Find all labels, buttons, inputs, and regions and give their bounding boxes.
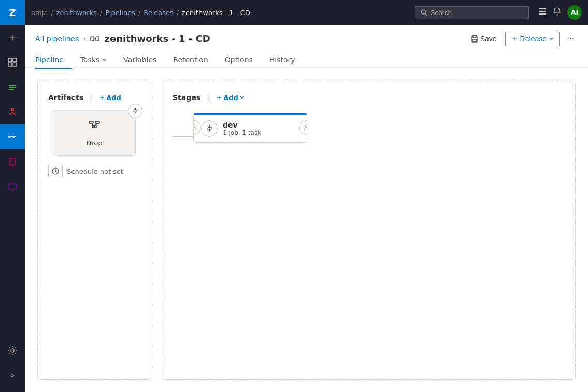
tab-pipeline[interactable]: Pipeline (35, 51, 72, 69)
breadcrumb-current: zenithworks - 1 - CD (182, 9, 250, 17)
stages-label: Stages (173, 93, 200, 102)
breadcrumb-section[interactable]: Pipelines (105, 9, 135, 17)
topbar: amja / zenithworks / Pipelines / Release… (25, 0, 588, 25)
breadcrumb-sep1: / (51, 9, 53, 17)
tab-retention[interactable]: Retention (165, 51, 217, 69)
breadcrumb-org: amja (31, 9, 48, 17)
main-area: amja / zenithworks / Pipelines / Release… (25, 0, 588, 392)
tab-variables-label: Variables (123, 55, 156, 64)
stage-card-body: dev 1 job, 1 task (194, 115, 307, 142)
sidebar-logo[interactable]: Z (0, 0, 25, 25)
release-button[interactable]: ＋ Release (505, 32, 560, 46)
stage-trigger-icon[interactable] (201, 120, 218, 137)
svg-point-8 (8, 136, 10, 138)
svg-point-10 (12, 136, 15, 138)
page-header: All pipelines › zenithworks - 1 - CD Sav… (25, 25, 588, 69)
content: All pipelines › zenithworks - 1 - CD Sav… (25, 25, 588, 392)
breadcrumb-sep3: / (138, 9, 140, 17)
svg-rect-5 (9, 87, 16, 88)
svg-rect-20 (96, 37, 99, 41)
more-button[interactable]: ··· (564, 31, 578, 46)
all-pipelines-link[interactable]: All pipelines (35, 35, 79, 43)
sidebar-item-overview[interactable] (0, 50, 25, 75)
tab-variables[interactable]: Variables (115, 51, 165, 69)
svg-rect-25 (89, 121, 93, 123)
breadcrumb-project[interactable]: zenithworks (56, 9, 97, 17)
tab-options[interactable]: Options (217, 51, 261, 69)
artifact-card[interactable]: Drop (53, 110, 136, 156)
page-header-top: All pipelines › zenithworks - 1 - CD Sav… (35, 31, 578, 46)
sidebar-item-artifacts[interactable] (0, 174, 25, 199)
save-button[interactable]: Save (467, 33, 501, 45)
search-box[interactable] (415, 6, 529, 19)
breadcrumb-subsection[interactable]: Releases (144, 9, 174, 17)
sidebar-bottom: » (0, 338, 25, 392)
stage-card-wrapper: dev 1 job, 1 task (193, 113, 307, 143)
artifacts-header: Artifacts | ＋ Add (48, 93, 140, 102)
tasks-chevron-icon (102, 57, 107, 62)
avatar-initials: AI (571, 9, 578, 16)
svg-point-13 (11, 349, 14, 352)
breadcrumb-arrow-icon: › (83, 35, 86, 43)
svg-rect-23 (473, 36, 476, 38)
svg-rect-4 (9, 85, 16, 86)
schedule-icon (48, 164, 63, 178)
settings-icon[interactable] (0, 338, 25, 363)
stages-add-plus-icon: ＋ (216, 93, 222, 102)
tab-retention-label: Retention (173, 55, 208, 64)
stages-header: Stages | ＋ Add (173, 93, 565, 102)
breadcrumb-sep2: / (100, 9, 102, 17)
stages-box: Stages | ＋ Add (162, 82, 576, 380)
artifacts-add-link[interactable]: ＋ Add (98, 93, 121, 102)
stages-add-label: Add (223, 94, 238, 102)
svg-rect-1 (13, 58, 17, 62)
svg-rect-6 (9, 89, 14, 90)
svg-rect-16 (539, 8, 546, 9)
pipeline-icon (90, 34, 100, 44)
topbar-icons: AI (538, 5, 582, 20)
breadcrumb-sep4: / (177, 9, 179, 17)
search-input[interactable] (431, 9, 523, 17)
tab-history[interactable]: History (261, 51, 304, 69)
artifacts-box: Artifacts | ＋ Add (37, 82, 151, 380)
artifacts-add-plus-icon: ＋ (98, 93, 105, 102)
sidebar-item-boards[interactable] (0, 75, 25, 100)
artifact-edit-icon[interactable] (128, 104, 142, 118)
tab-tasks[interactable]: Tasks (72, 51, 116, 69)
stages-chevron-down-icon (239, 95, 245, 100)
connector-line (173, 136, 193, 137)
save-icon (471, 35, 478, 43)
sidebar-item-testplans[interactable] (0, 149, 25, 174)
person-icon-right (303, 124, 307, 131)
new-button[interactable]: ＋ (0, 25, 25, 50)
schedule-label: Schedule not set (67, 167, 123, 175)
list-icon[interactable] (538, 7, 547, 18)
page-actions: Save ＋ Release ··· (467, 31, 578, 46)
sidebar: Z ＋ » (0, 0, 25, 392)
tab-pipeline-label: Pipeline (35, 55, 64, 64)
sidebar-item-pipelines[interactable] (0, 124, 25, 149)
svg-rect-26 (95, 121, 99, 123)
notification-icon[interactable] (553, 7, 561, 18)
artifact-card-wrapper: Drop (48, 110, 140, 156)
artifacts-label: Artifacts (48, 93, 83, 102)
save-label: Save (480, 35, 497, 43)
stage-card-dev[interactable]: dev 1 job, 1 task (193, 113, 307, 143)
svg-rect-0 (8, 58, 12, 62)
person-icon-left (193, 124, 197, 131)
stage-name: dev (223, 121, 299, 129)
chevron-down-icon (549, 36, 554, 41)
svg-rect-18 (539, 13, 546, 15)
stage-meta: 1 job, 1 task (223, 129, 299, 136)
avatar[interactable]: AI (567, 5, 582, 20)
search-icon (421, 9, 427, 16)
breadcrumb: amja / zenithworks / Pipelines / Release… (31, 9, 250, 17)
svg-point-32 (306, 125, 308, 128)
schedule-item[interactable]: Schedule not set (48, 164, 140, 178)
stages-separator: | (207, 93, 209, 102)
expand-icon[interactable]: » (0, 363, 25, 388)
sidebar-item-repos[interactable] (0, 100, 25, 124)
release-plus-icon: ＋ (511, 34, 518, 44)
svg-rect-3 (13, 63, 17, 66)
stages-add-dropdown[interactable]: ＋ Add (216, 93, 245, 102)
